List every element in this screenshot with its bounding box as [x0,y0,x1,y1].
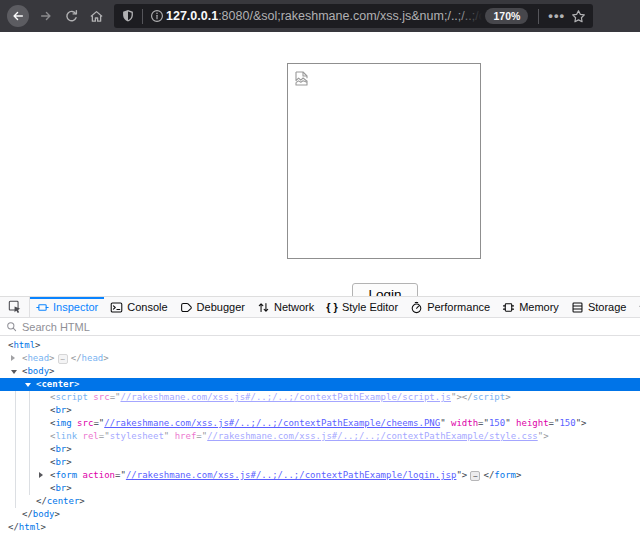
markup-punctuation: </ [462,392,473,402]
reload-button[interactable] [63,8,79,24]
search-input[interactable] [22,321,634,333]
tree-row[interactable]: <img src="//rakeshmane.com/xss.js#/..;/.… [0,417,640,430]
markup-punctuation: > [66,444,71,454]
inline-expander-badge[interactable]: … [470,471,480,481]
markup-attr-name: width [451,418,478,428]
node-picker-icon [8,300,22,314]
identity-info-icon[interactable] [150,9,164,23]
tree-row[interactable]: </body> [0,508,640,521]
tab-inspector[interactable]: Inspector [30,297,104,317]
inspector-node-icon [36,301,49,314]
tree-row[interactable]: <link rel="stylesheet" href="//rakeshman… [0,430,640,443]
expand-arrow-icon[interactable] [11,355,15,361]
login-button[interactable]: Login [352,283,418,296]
markup-tag-name: head [82,353,104,363]
tab-storage[interactable]: Storage [565,297,633,317]
devtools-tabbar: InspectorConsoleDebuggerNetwork{ }Style … [0,297,640,318]
urlbar-separator-2 [538,9,539,24]
urlbar-separator [142,9,143,24]
inline-expander-badge[interactable]: … [58,354,68,364]
url-host: 127.0.0.1 [166,9,218,23]
tab-debugger[interactable]: Debugger [174,297,251,317]
expand-arrow-icon[interactable] [39,472,43,478]
tab-style-editor[interactable]: { }Style Editor [320,297,404,317]
tree-row[interactable]: <script src="//rakeshmane.com/xss.js#/..… [0,391,640,404]
tree-row[interactable]: <br> [0,456,640,469]
tab-network[interactable]: Network [251,297,320,317]
markup-punctuation: " [505,418,516,428]
tree-row[interactable]: <form action="//rakeshmane.com/xss.js#/.… [0,469,640,482]
markup-punctuation: "> [456,470,467,480]
markup-punctuation: > [49,353,54,363]
devtools-search-bar [0,318,640,336]
markup-tag-name: center [41,379,74,389]
tab-console[interactable]: Console [104,297,173,317]
tree-row[interactable]: </center> [0,495,640,508]
broken-image-icon [294,70,311,87]
markup-tag-name: center [47,496,80,506]
markup-punctuation: > [66,405,71,415]
page-viewport: Login [0,32,640,296]
tree-row[interactable]: <br> [0,404,640,417]
markup-punctuation: > [35,340,40,350]
forward-button[interactable] [38,8,54,24]
markup-tag-name: img [55,418,71,428]
markup-attr-name: href [175,431,197,441]
tracking-shield-icon[interactable] [121,9,135,23]
url-bar[interactable]: 127.0.0.1:8080/&sol;rakeshmane.com/xss.j… [114,4,593,28]
tab-accessibility[interactable]: Accessibility [632,297,640,317]
storage-stack-icon [571,301,584,314]
markup-attr-link[interactable]: //rakeshmane.com/xss.js#/..;/..;/context… [126,470,457,480]
tree-row[interactable]: <head>…</head> [0,352,640,365]
markup-attr-value: 150 [489,418,505,428]
tab-label: Debugger [197,301,245,313]
markup-attr-link[interactable]: //rakeshmane.com/xss.js#/..;/..;/context… [207,431,538,441]
search-icon [6,321,17,332]
markup-attr-name: rel [83,431,99,441]
markup-attr-name: height [516,418,549,428]
markup-tag-name: body [27,366,49,376]
tree-row[interactable]: <br> [0,482,640,495]
markup-tag-name: br [55,405,66,415]
markup-attr-value: 150 [559,418,575,428]
home-icon [89,9,104,24]
page-actions-icon[interactable]: ••• [548,11,565,21]
zoom-level-badge[interactable]: 170% [485,8,528,24]
collapse-arrow-icon[interactable] [25,383,31,387]
markup-attr-value: stylesheet [110,431,164,441]
tree-row[interactable]: <body> [0,365,640,378]
tree-row[interactable]: </html> [0,521,640,534]
back-button[interactable] [7,5,29,27]
markup-punctuation: " [440,418,451,428]
markup-punctuation: </ [483,470,494,480]
tab-label: Performance [427,301,490,313]
url-path: :8080/&sol;rakeshmane.com/xss.js&num;/..… [218,9,482,23]
markup-tag-name: html [19,522,41,532]
tab-label: Storage [588,301,627,313]
tab-label: Inspector [53,301,98,313]
tree-row[interactable]: <br> [0,443,640,456]
markup-punctuation: > [79,496,84,506]
tree-row[interactable]: <html> [0,339,640,352]
markup-tag-name: br [55,457,66,467]
markup-punctuation: "> [538,431,549,441]
tab-performance[interactable]: Performance [404,297,496,317]
markup-punctuation: > [74,379,79,389]
bookmark-star-icon[interactable] [571,9,586,24]
markup-punctuation: > [516,470,521,480]
markup-punctuation: > [66,483,71,493]
tree-row-selected[interactable]: <center> [0,378,640,391]
home-button[interactable] [88,8,104,24]
markup-punctuation: > [55,509,60,519]
tab-label: Network [274,301,314,313]
url-fade-overlay [456,9,482,23]
node-picker-button[interactable] [0,297,30,317]
markup-punctuation: =" [549,418,560,428]
devtools-markup-tree: <html><head>…</head><body><center><scrip… [0,336,640,558]
markup-attr-link[interactable]: //rakeshmane.com/xss.js#/..;/..;/context… [120,392,451,402]
debugger-icon [180,301,193,314]
markup-punctuation: =" [110,392,121,402]
tab-memory[interactable]: Memory [496,297,565,317]
collapse-arrow-icon[interactable] [11,370,17,374]
markup-attr-link[interactable]: //rakeshmane.com/xss.js#/..;/..;/context… [104,418,440,428]
